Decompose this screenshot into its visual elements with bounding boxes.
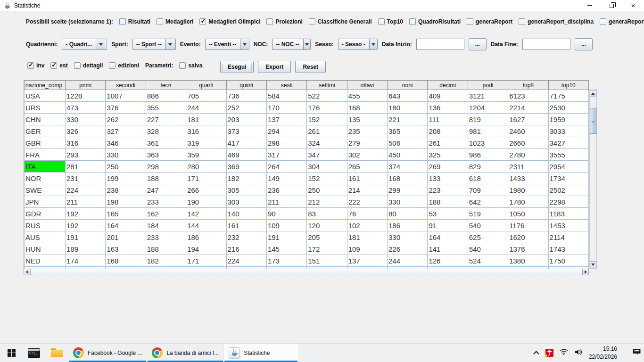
value-cell[interactable]: 222 xyxy=(347,196,387,208)
column-header-sesti[interactable]: sesti xyxy=(266,81,306,90)
value-cell[interactable]: 642 xyxy=(468,196,508,208)
value-cell[interactable]: 188 xyxy=(146,173,186,184)
nation-cell[interactable]: GBR xyxy=(25,137,66,149)
export-button[interactable]: Export xyxy=(258,61,291,73)
value-cell[interactable]: 149 xyxy=(266,173,306,184)
choice-generareport-disciplina[interactable]: generaReport_disciplina xyxy=(519,18,594,25)
value-cell[interactable]: 709 xyxy=(468,184,508,196)
value-cell[interactable]: 162 xyxy=(146,208,186,220)
value-cell[interactable]: 168 xyxy=(388,173,428,184)
value-cell[interactable]: 417 xyxy=(226,137,266,149)
value-cell[interactable]: 1980 xyxy=(508,184,548,196)
esegui-button[interactable]: Esegui xyxy=(220,61,254,73)
value-cell[interactable]: 1023 xyxy=(468,137,508,149)
horizontal-scrollbar[interactable] xyxy=(24,269,589,276)
column-header-ottavi[interactable]: ottavi xyxy=(347,81,387,90)
value-cell[interactable]: 250 xyxy=(106,161,146,173)
value-cell[interactable]: 584 xyxy=(266,90,306,102)
choice-medaglieri-olimpici[interactable]: Medaglieri Olimpici xyxy=(199,18,260,25)
column-header-noni[interactable]: noni xyxy=(388,81,428,90)
value-cell[interactable]: 109 xyxy=(266,220,306,231)
value-cell[interactable]: 182 xyxy=(226,173,266,184)
value-cell[interactable]: 1183 xyxy=(548,208,589,220)
value-cell[interactable]: 316 xyxy=(186,125,226,137)
choice-classifiche-generali[interactable]: Classifiche Generali xyxy=(309,18,372,25)
value-cell[interactable]: 188 xyxy=(428,196,468,208)
scroll-up-button[interactable] xyxy=(590,90,596,97)
value-cell[interactable]: 298 xyxy=(146,161,186,173)
vertical-scroll-thumb[interactable] xyxy=(590,108,596,134)
value-cell[interactable]: 540 xyxy=(468,243,508,255)
value-cell[interactable]: 224 xyxy=(226,255,266,267)
value-cell[interactable]: 184 xyxy=(146,220,186,231)
checkbox-icon[interactable] xyxy=(74,62,81,69)
value-cell[interactable]: 363 xyxy=(146,149,186,161)
value-cell[interactable]: 369 xyxy=(226,161,266,173)
value-cell[interactable]: 168 xyxy=(106,255,146,267)
combo-arrow-button[interactable] xyxy=(96,39,105,49)
value-cell[interactable]: 373 xyxy=(226,125,266,137)
value-cell[interactable]: 506 xyxy=(388,137,428,149)
column-header-top10[interactable]: top10 xyxy=(548,81,589,90)
value-cell[interactable]: 1743 xyxy=(548,243,589,255)
nation-cell[interactable]: URS xyxy=(25,102,66,114)
value-cell[interactable]: 326 xyxy=(66,125,106,137)
value-cell[interactable]: 524 xyxy=(468,255,508,267)
value-cell[interactable]: 181 xyxy=(186,114,226,125)
column-header-terzi[interactable]: terzi xyxy=(146,81,186,90)
value-cell[interactable]: 1376 xyxy=(508,243,548,255)
value-cell[interactable]: 986 xyxy=(468,149,508,161)
checkbox-icon[interactable] xyxy=(600,18,606,25)
value-cell[interactable]: 262 xyxy=(106,114,146,125)
data-inizio-browse-button[interactable]: ... xyxy=(469,38,487,50)
value-cell[interactable]: 643 xyxy=(388,90,428,102)
value-cell[interactable]: 152 xyxy=(307,173,347,184)
checkbox-icon[interactable] xyxy=(119,18,126,25)
nation-cell[interactable]: SWE xyxy=(25,184,66,196)
value-cell[interactable]: 1780 xyxy=(508,196,548,208)
value-cell[interactable]: 1228 xyxy=(66,90,106,102)
value-cell[interactable]: 2311 xyxy=(508,161,548,173)
value-cell[interactable]: 233 xyxy=(146,196,186,208)
value-cell[interactable]: 2460 xyxy=(508,125,548,137)
value-cell[interactable]: 2660 xyxy=(508,137,548,149)
chevron-up-icon[interactable] xyxy=(533,351,539,357)
vertical-scroll-track[interactable] xyxy=(590,97,596,261)
value-cell[interactable]: 232 xyxy=(226,231,266,243)
taskbar-statistiche-button[interactable]: Statistiche xyxy=(223,344,298,362)
value-cell[interactable]: 250 xyxy=(307,184,347,196)
value-cell[interactable]: 83 xyxy=(307,208,347,220)
column-header-decimi[interactable]: decimi xyxy=(428,81,468,90)
column-header-quarti[interactable]: quarti xyxy=(186,81,226,90)
checkbox-icon[interactable] xyxy=(378,18,385,25)
value-cell[interactable]: 3555 xyxy=(548,149,589,161)
column-header-nazione_comp[interactable]: nazione_comp xyxy=(25,81,66,90)
value-cell[interactable]: 236 xyxy=(266,184,306,196)
value-cell[interactable]: 317 xyxy=(266,149,306,161)
value-cell[interactable]: 161 xyxy=(347,173,387,184)
value-cell[interactable]: 182 xyxy=(146,255,186,267)
value-cell[interactable]: 174 xyxy=(66,255,106,267)
wifi-icon[interactable] xyxy=(560,348,568,357)
value-cell[interactable]: 244 xyxy=(186,102,226,114)
value-cell[interactable]: 126 xyxy=(428,255,468,267)
data-fine-field[interactable] xyxy=(522,39,570,50)
column-header-top8[interactable]: top8 xyxy=(508,81,548,90)
value-cell[interactable]: 347 xyxy=(307,149,347,161)
value-cell[interactable]: 231 xyxy=(66,173,106,184)
value-cell[interactable]: 280 xyxy=(186,161,226,173)
value-cell[interactable]: 172 xyxy=(307,243,347,255)
value-cell[interactable]: 186 xyxy=(388,220,428,231)
minimize-button[interactable] xyxy=(579,0,601,11)
value-cell[interactable]: 330 xyxy=(388,231,428,243)
reset-button[interactable]: Reset xyxy=(295,61,326,73)
noc-combobox[interactable]: -- NOC -- xyxy=(272,39,311,50)
value-cell[interactable]: 2298 xyxy=(548,196,589,208)
value-cell[interactable]: 224 xyxy=(66,184,106,196)
value-cell[interactable]: 135 xyxy=(347,114,387,125)
value-cell[interactable]: 330 xyxy=(106,149,146,161)
value-cell[interactable]: 346 xyxy=(106,137,146,149)
value-cell[interactable]: 142 xyxy=(186,208,226,220)
value-cell[interactable]: 327 xyxy=(106,125,146,137)
checkbox-icon[interactable] xyxy=(179,62,186,69)
